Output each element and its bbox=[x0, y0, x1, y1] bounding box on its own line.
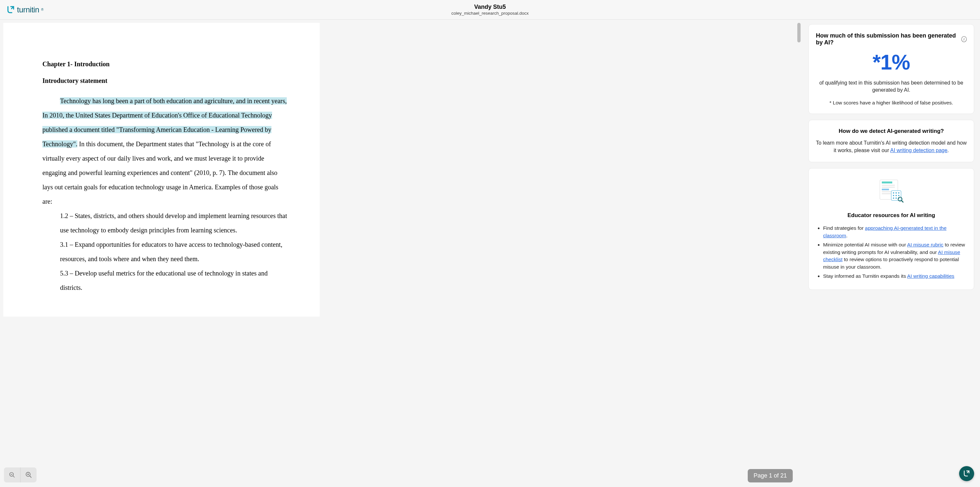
paragraph-text: In this document, the Department states … bbox=[42, 141, 278, 205]
header-title-block: Vandy Stu5 coley_michael_research_propos… bbox=[451, 3, 528, 16]
student-name: Vandy Stu5 bbox=[451, 3, 528, 10]
list-item: Minimize potential AI misuse with our AI… bbox=[823, 241, 967, 271]
detection-title: How do we detect AI-generated writing? bbox=[816, 128, 967, 134]
zoom-out-button[interactable] bbox=[4, 468, 20, 482]
svg-rect-11 bbox=[882, 188, 889, 190]
ai-score-card: How much of this submission has been gen… bbox=[808, 24, 974, 114]
list-item: Stay informed as Turnitin expands its AI… bbox=[823, 273, 967, 280]
list-item: 1.2 – States, districts, and others shou… bbox=[60, 209, 289, 237]
svg-point-17 bbox=[898, 192, 899, 193]
ai-score-description: of qualifying text in this submission ha… bbox=[816, 79, 967, 94]
file-name: coley_michael_research_proposal.docx bbox=[451, 11, 528, 16]
chapter-heading: Chapter 1- Introduction bbox=[42, 61, 289, 68]
svg-point-16 bbox=[896, 192, 897, 193]
svg-point-15 bbox=[893, 192, 894, 193]
ai-misuse-rubric-link[interactable]: AI misuse rubric bbox=[907, 242, 943, 247]
scrollbar-thumb[interactable] bbox=[797, 23, 800, 42]
zoom-out-icon bbox=[9, 472, 15, 478]
ai-score-question: How much of this submission has been gen… bbox=[816, 32, 959, 46]
turnitin-fab-icon bbox=[963, 470, 970, 477]
resources-list: Find strategies for approaching AI-gener… bbox=[816, 225, 967, 280]
list-item: 5.3 – Develop useful metrics for the edu… bbox=[60, 266, 289, 295]
app-header: turnitin® Vandy Stu5 coley_michael_resea… bbox=[0, 0, 980, 19]
turnitin-logo-icon bbox=[6, 6, 15, 14]
ai-score-footnote: * Low scores have a higher likelihood of… bbox=[816, 100, 967, 106]
detection-info-card: How do we detect AI-generated writing? T… bbox=[808, 120, 974, 162]
zoom-in-button[interactable] bbox=[20, 468, 37, 482]
brand-name: turnitin bbox=[17, 5, 39, 14]
svg-rect-10 bbox=[882, 187, 895, 188]
list-item: Find strategies for approaching AI-gener… bbox=[823, 225, 967, 239]
document-page: Chapter 1- Introduction Introductory sta… bbox=[3, 23, 320, 317]
svg-line-4 bbox=[29, 476, 31, 478]
educator-resources-card: Educator resources for AI writing Find s… bbox=[808, 168, 974, 290]
svg-rect-13 bbox=[882, 193, 891, 194]
resources-illustration bbox=[816, 178, 967, 204]
goals-list: 1.2 – States, districts, and others shou… bbox=[60, 209, 289, 295]
resources-title: Educator resources for AI writing bbox=[816, 212, 967, 219]
ai-score-value: *1% bbox=[816, 52, 967, 73]
help-fab-button[interactable] bbox=[959, 466, 974, 481]
zoom-controls bbox=[4, 468, 37, 482]
registered-mark: ® bbox=[41, 8, 43, 11]
document-viewport[interactable]: Chapter 1- Introduction Introductory sta… bbox=[0, 19, 803, 487]
svg-point-22 bbox=[896, 198, 897, 199]
info-icon[interactable]: i bbox=[961, 36, 967, 42]
ai-writing-capabilities-link[interactable]: AI writing capabilities bbox=[907, 273, 955, 279]
svg-rect-9 bbox=[882, 185, 895, 186]
brand-logo[interactable]: turnitin® bbox=[6, 5, 43, 14]
svg-point-18 bbox=[893, 195, 894, 196]
zoom-in-icon bbox=[25, 471, 32, 479]
svg-line-1 bbox=[13, 476, 15, 477]
ai-detection-page-link[interactable]: AI writing detection page bbox=[890, 147, 947, 153]
svg-point-20 bbox=[898, 195, 899, 196]
detection-body: To learn more about Turnitin's AI writin… bbox=[816, 139, 967, 154]
page-indicator: Page 1 of 21 bbox=[748, 469, 793, 482]
svg-line-25 bbox=[901, 200, 903, 202]
paragraph: Technology has long been a part of both … bbox=[42, 94, 289, 209]
svg-point-19 bbox=[896, 195, 897, 196]
ai-sidebar: How much of this submission has been gen… bbox=[803, 19, 980, 487]
svg-point-21 bbox=[893, 198, 894, 199]
list-item: 3.1 – Expand opportunities for educators… bbox=[60, 237, 289, 266]
section-heading: Introductory statement bbox=[42, 77, 289, 85]
svg-rect-8 bbox=[882, 182, 892, 184]
ai-highlighted-text[interactable]: Technology has long been a part of both … bbox=[42, 97, 287, 147]
